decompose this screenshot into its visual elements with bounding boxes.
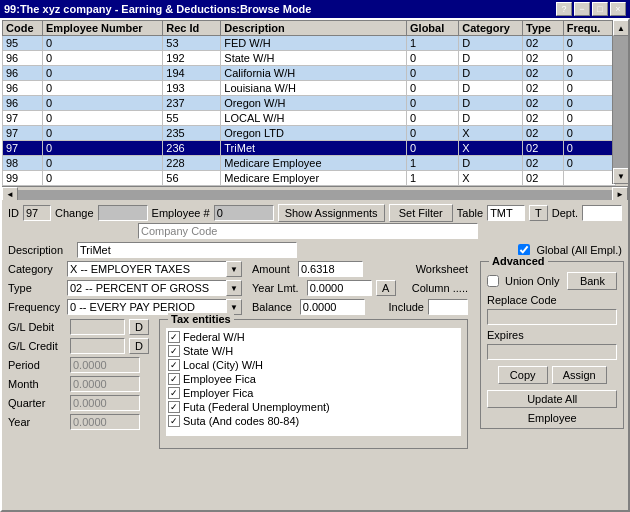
id-input[interactable] bbox=[23, 205, 51, 221]
col-recid: Rec Id bbox=[163, 21, 221, 36]
category-select[interactable]: X -- EMPLOYER TAXES bbox=[67, 261, 227, 277]
table-cell: 0 bbox=[563, 36, 615, 51]
close-button[interactable]: × bbox=[610, 2, 626, 16]
update-all-button[interactable]: Update All bbox=[487, 390, 617, 408]
freq-label: Frequency bbox=[8, 301, 63, 313]
table-cell: 02 bbox=[523, 96, 564, 111]
table-row[interactable]: 99056Medicare Employer1X02 bbox=[3, 171, 616, 186]
table-row[interactable]: 95053FED W/H1D020 bbox=[3, 36, 616, 51]
tax-entity-item[interactable]: ✓Employer Fica bbox=[168, 386, 459, 400]
empnum-input[interactable] bbox=[214, 205, 274, 221]
table-cell: 0 bbox=[407, 111, 459, 126]
table-row[interactable]: 960194California W/H0D020 bbox=[3, 66, 616, 81]
table-cell: X bbox=[459, 141, 523, 156]
table-cell: 0 bbox=[407, 81, 459, 96]
gl-debit-d-button[interactable]: D bbox=[129, 319, 149, 335]
period-input[interactable] bbox=[70, 357, 140, 373]
tax-entity-checkbox[interactable]: ✓ bbox=[168, 345, 180, 357]
table-cell: 0 bbox=[407, 66, 459, 81]
gl-credit-input[interactable] bbox=[70, 338, 125, 354]
tax-entity-checkbox[interactable]: ✓ bbox=[168, 373, 180, 385]
tax-entity-checkbox[interactable]: ✓ bbox=[168, 401, 180, 413]
replace-code-input-row bbox=[487, 309, 617, 325]
month-label: Month bbox=[8, 378, 66, 390]
set-filter-button[interactable]: Set Filter bbox=[389, 204, 453, 222]
tax-entity-checkbox[interactable]: ✓ bbox=[168, 415, 180, 427]
scroll-left-btn[interactable]: ◄ bbox=[2, 187, 18, 201]
union-only-checkbox[interactable] bbox=[487, 275, 499, 287]
main-window: Code Employee Number Rec Id Description … bbox=[0, 18, 630, 512]
table-row[interactable]: 970235Oregon LTD0X020 bbox=[3, 126, 616, 141]
id-label: ID bbox=[8, 207, 19, 219]
tax-entity-item[interactable]: ✓Local (City) W/H bbox=[168, 358, 459, 372]
replace-code-row: Replace Code bbox=[487, 294, 617, 306]
type-select[interactable]: 02 -- PERCENT OF GROSS bbox=[67, 280, 227, 296]
tax-entity-item[interactable]: ✓Suta (And codes 80-84) bbox=[168, 414, 459, 428]
tax-entities-section: Tax entities ✓Federal W/H✓State W/H✓Loca… bbox=[159, 319, 468, 452]
quarter-input[interactable] bbox=[70, 395, 140, 411]
type-select-wrap: 02 -- PERCENT OF GROSS ▼ bbox=[67, 280, 242, 296]
type-dropdown-arrow[interactable]: ▼ bbox=[226, 280, 242, 296]
period-row: Period bbox=[8, 357, 149, 373]
desc-input[interactable] bbox=[77, 242, 297, 258]
expires-input[interactable] bbox=[487, 344, 617, 360]
minimize-button[interactable]: − bbox=[574, 2, 590, 16]
horizontal-scrollbar[interactable]: ◄ ► bbox=[2, 186, 628, 200]
union-only-row: Union Only Bank bbox=[487, 272, 617, 290]
category-dropdown-arrow[interactable]: ▼ bbox=[226, 261, 242, 277]
balance-input[interactable] bbox=[300, 299, 365, 315]
category-select-wrap: X -- EMPLOYER TAXES ▼ bbox=[67, 261, 242, 277]
table-cell: 53 bbox=[163, 36, 221, 51]
table-cell: D bbox=[459, 66, 523, 81]
year-input[interactable] bbox=[70, 414, 140, 430]
vertical-scrollbar[interactable]: ▲ ▼ bbox=[612, 20, 628, 184]
yr-lmt-input[interactable] bbox=[307, 280, 372, 296]
table-cell: Oregon LTD bbox=[221, 126, 407, 141]
replace-code-input[interactable] bbox=[487, 309, 617, 325]
gl-credit-d-button[interactable]: D bbox=[129, 338, 149, 354]
scroll-right-btn[interactable]: ► bbox=[612, 187, 628, 201]
table-row[interactable]: 960193Louisiana W/H0D020 bbox=[3, 81, 616, 96]
replace-code-label: Replace Code bbox=[487, 294, 557, 306]
compcode-input[interactable] bbox=[138, 223, 478, 239]
table-cell: Oregon W/H bbox=[221, 96, 407, 111]
table-cell: 228 bbox=[163, 156, 221, 171]
bank-button[interactable]: Bank bbox=[567, 272, 617, 290]
col-desc: Description bbox=[221, 21, 407, 36]
tax-entity-checkbox[interactable]: ✓ bbox=[168, 359, 180, 371]
gl-debit-input[interactable] bbox=[70, 319, 125, 335]
tax-entity-item[interactable]: ✓Federal W/H bbox=[168, 330, 459, 344]
tax-entity-item[interactable]: ✓State W/H bbox=[168, 344, 459, 358]
scroll-down-btn[interactable]: ▼ bbox=[613, 168, 628, 184]
dept-input[interactable] bbox=[582, 205, 622, 221]
amount-input[interactable] bbox=[298, 261, 363, 277]
table-input[interactable] bbox=[487, 205, 525, 221]
table-cell bbox=[563, 171, 615, 186]
table-row[interactable]: 960237Oregon W/H0D020 bbox=[3, 96, 616, 111]
t-button[interactable]: T bbox=[529, 205, 548, 221]
scroll-up-btn[interactable]: ▲ bbox=[613, 20, 628, 36]
table-row[interactable]: 970236TriMet0X020 bbox=[3, 141, 616, 156]
copy-button[interactable]: Copy bbox=[498, 366, 548, 384]
change-input[interactable] bbox=[98, 205, 148, 221]
tax-entity-checkbox[interactable]: ✓ bbox=[168, 387, 180, 399]
tax-entity-item[interactable]: ✓Employee Fica bbox=[168, 372, 459, 386]
tax-entity-item[interactable]: ✓Futa (Federal Unemployment) bbox=[168, 400, 459, 414]
table-cell: 02 bbox=[523, 111, 564, 126]
title-text: 99:The xyz company - Earning & Deduction… bbox=[4, 3, 311, 15]
table-cell: 0 bbox=[43, 126, 163, 141]
table-row[interactable]: 960192State W/H0D020 bbox=[3, 51, 616, 66]
table-row[interactable]: 980228Medicare Employee1D020 bbox=[3, 156, 616, 171]
assign-button[interactable]: Assign bbox=[552, 366, 607, 384]
maximize-button[interactable]: □ bbox=[592, 2, 608, 16]
help-button[interactable]: ? bbox=[556, 2, 572, 16]
tax-entity-checkbox[interactable]: ✓ bbox=[168, 331, 180, 343]
include-input[interactable] bbox=[428, 299, 468, 315]
tax-entities-listbox[interactable]: ✓Federal W/H✓State W/H✓Local (City) W/H✓… bbox=[166, 328, 461, 436]
table-cell: 194 bbox=[163, 66, 221, 81]
table-cell: 02 bbox=[523, 171, 564, 186]
month-input[interactable] bbox=[70, 376, 140, 392]
a-button[interactable]: A bbox=[376, 280, 396, 296]
table-row[interactable]: 97055LOCAL W/H0D020 bbox=[3, 111, 616, 126]
show-assignments-button[interactable]: Show Assignments bbox=[278, 204, 385, 222]
